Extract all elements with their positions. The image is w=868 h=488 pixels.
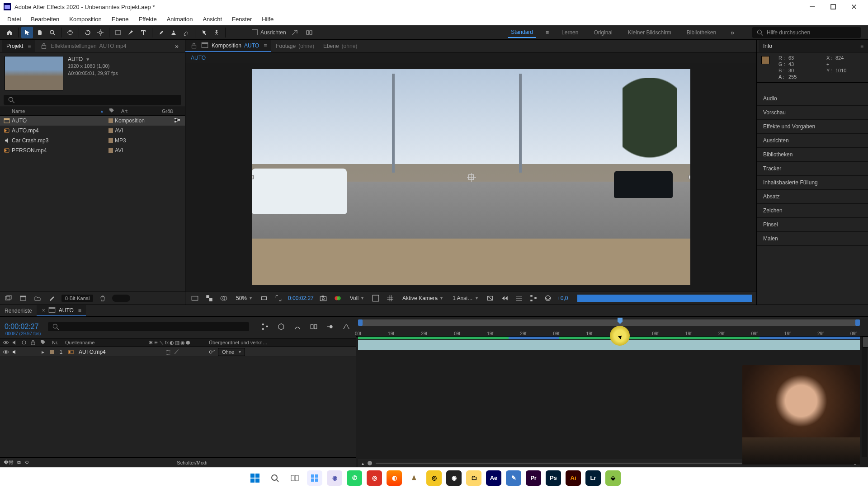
menu-ansicht[interactable]: Ansicht (198, 14, 226, 24)
window-maximize-button[interactable] (823, 0, 844, 14)
lock-column-icon[interactable] (29, 340, 37, 345)
workspace-menu-icon[interactable]: ≡ (546, 29, 549, 36)
col-art-label[interactable]: Art (117, 108, 157, 114)
projekt-tab-menu-icon[interactable]: ≡ (28, 43, 31, 49)
timeline-layer-1[interactable]: ▸ 1 AUTO.mp4 ⬚ ／ Ohne▾ (0, 347, 356, 357)
workspace-tab-kleiner[interactable]: Kleiner Bildschirm (625, 28, 674, 38)
camera-view-dropdown[interactable]: Aktive Kamera▾ (400, 294, 445, 302)
snap-along-edges-icon[interactable] (289, 27, 301, 38)
project-search-input[interactable] (4, 95, 181, 105)
project-row-car-crash[interactable]: Car Crash.mp3 MP3 (0, 136, 185, 145)
toggle-transparency-grid-icon[interactable] (204, 294, 214, 303)
sort-asc-icon[interactable]: ▲ (100, 109, 107, 113)
zoom-tool[interactable] (47, 27, 58, 38)
zoom-out-icon[interactable]: ▴ (362, 461, 364, 466)
taskbar-after-effects-icon[interactable]: Ae (486, 470, 501, 486)
type-tool[interactable] (137, 27, 149, 38)
accordion-ausrichten[interactable]: Ausrichten (757, 134, 868, 148)
accordion-effekte[interactable]: Effekte und Vorgaben (757, 120, 868, 134)
roi-icon[interactable] (274, 294, 283, 303)
accordion-zeichen[interactable]: Zeichen (757, 204, 868, 218)
pan-behind-tool[interactable] (94, 27, 106, 38)
col-parent-label[interactable]: Übergeordnet und verkn… (204, 340, 356, 345)
layer-handle-left[interactable] (252, 175, 254, 179)
window-close-button[interactable] (844, 0, 864, 14)
project-row-auto-mp4[interactable]: AUTO.mp4 AVI (0, 126, 185, 136)
brush-tool[interactable] (155, 27, 167, 38)
taskbar-app-2-icon[interactable]: ♟ (406, 470, 422, 486)
accordion-inhaltsbasierte[interactable]: Inhaltsbasierte Füllung (757, 176, 868, 190)
comp-flowchart-icon[interactable] (528, 294, 538, 303)
col-nr-label[interactable]: Nr. (49, 340, 61, 345)
taskbar-lightroom-icon[interactable]: Lr (585, 470, 601, 486)
tab-info[interactable]: Info ≡ (759, 40, 868, 52)
menu-hilfe[interactable]: Hilfe (257, 14, 278, 24)
workspace-tab-original[interactable]: Original (591, 28, 615, 38)
timeline-icon[interactable] (514, 294, 524, 303)
taskbar-start-button[interactable] (247, 470, 263, 486)
tab-composition[interactable]: Komposition AUTO ≡ (185, 40, 271, 52)
scrollbar-thumb[interactable] (862, 337, 868, 347)
tab-footage[interactable]: Footage (ohne) (271, 40, 319, 52)
layer-speaker-icon[interactable] (11, 350, 19, 354)
reset-exposure-icon[interactable] (543, 294, 553, 303)
selection-tool[interactable] (21, 27, 33, 38)
timeline-search-input[interactable] (48, 322, 249, 331)
taskbar-premiere-icon[interactable]: Pr (526, 470, 541, 486)
layer-anchor-icon[interactable] (468, 174, 474, 180)
orbit-camera-tool[interactable] (64, 27, 76, 38)
workspace-tab-standard[interactable]: Standard (508, 27, 536, 38)
layer-fx-icon[interactable]: ／ (174, 348, 179, 356)
timeline-tab-menu-icon[interactable]: ≡ (78, 307, 81, 314)
layer-expand-icon[interactable]: ▸ (38, 349, 48, 355)
speaker-column-icon[interactable] (11, 340, 19, 345)
label-swatch[interactable] (108, 128, 113, 133)
accordion-pinsel[interactable]: Pinsel (757, 218, 868, 232)
tab-effekteinstellungen[interactable]: Effekteinstellungen AUTO.mp4 » (35, 40, 185, 52)
taskbar-teams-icon[interactable]: ◉ (327, 470, 342, 486)
composition-flowchart-strip[interactable]: AUTO (185, 52, 756, 63)
solo-column-icon[interactable] (20, 340, 28, 345)
interpret-footage-icon[interactable] (4, 294, 14, 302)
taskbar-search-icon[interactable] (267, 470, 283, 486)
switches-column-icons[interactable]: ✱☀＼fx◐▥◉⬢ (136, 339, 203, 346)
col-name-label[interactable]: Name (12, 108, 25, 114)
timeline-vertical-scrollbar[interactable] (862, 337, 867, 457)
toggle-switches-modes-label[interactable]: Schalter/Modi (177, 460, 207, 465)
guides-icon[interactable] (371, 294, 381, 303)
rotate-tool[interactable] (82, 27, 94, 38)
composition-viewer[interactable] (185, 63, 756, 291)
zoom-handle[interactable] (368, 461, 372, 465)
menu-komposition[interactable]: Komposition (65, 14, 106, 24)
label-column-icon[interactable] (38, 340, 48, 345)
taskbar-app-1-icon[interactable]: ◎ (367, 470, 382, 486)
menu-datei[interactable]: Datei (3, 14, 25, 24)
new-comp-icon[interactable] (18, 294, 28, 302)
taskbar-obs-icon[interactable]: ◉ (446, 470, 462, 486)
project-settings-icon[interactable] (47, 294, 57, 302)
taskbar-firefox-icon[interactable]: ◐ (387, 470, 402, 486)
parent-dropdown[interactable]: Ohne▾ (218, 348, 245, 356)
tab-projekt[interactable]: Projekt ≡ (2, 40, 35, 52)
project-name-chevron-icon[interactable]: ▼ (85, 57, 90, 62)
toggle-inout-icon[interactable]: ⟲ (24, 460, 28, 465)
tab-renderliste[interactable]: Renderliste (0, 305, 37, 316)
tab-layer[interactable]: Ebene (ohne) (319, 40, 362, 52)
trash-icon[interactable] (98, 294, 108, 302)
label-swatch[interactable] (108, 138, 113, 143)
puppet-tool[interactable] (211, 27, 222, 38)
taskbar-widgets-icon[interactable] (307, 470, 322, 486)
accordion-vorschau[interactable]: Vorschau (757, 106, 868, 120)
col-quellenname-label[interactable]: Quellenname (62, 340, 135, 345)
project-row-auto-comp[interactable]: AUTO Komposition (0, 116, 185, 126)
comp-mini-flowchart-icon[interactable] (260, 322, 270, 331)
channel-icon[interactable] (333, 294, 343, 303)
graph-editor-icon[interactable] (341, 322, 351, 331)
eye-column-icon[interactable] (2, 340, 10, 345)
snapping-checkbox[interactable] (252, 29, 258, 35)
info-tab-menu-icon[interactable]: ≡ (860, 43, 863, 49)
eraser-tool[interactable] (180, 27, 192, 38)
viewer-timecode[interactable]: 0:00:02:27 (288, 295, 314, 301)
taskbar-task-view-icon[interactable] (287, 470, 302, 486)
project-row-person-mp4[interactable]: PERSON.mp4 AVI (0, 145, 185, 155)
